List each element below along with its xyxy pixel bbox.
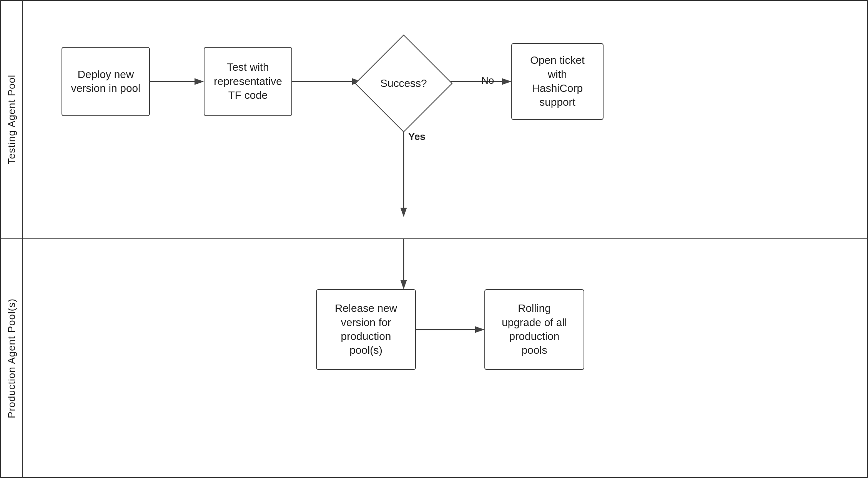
testing-lane-content: Deploy newversion in pool Test withrepre… xyxy=(23,1,867,238)
node-rolling-text: Rollingupgrade of allproductionpools xyxy=(502,301,567,358)
node-test-text: Test withrepresentativeTF code xyxy=(214,60,282,102)
node-release: Release newversion forproductionpool(s) xyxy=(316,289,416,370)
testing-lane-label: Testing Agent Pool xyxy=(6,75,18,164)
testing-lane-label-container: Testing Agent Pool xyxy=(1,1,23,238)
node-success-text: Success? xyxy=(380,77,427,90)
label-yes: Yes xyxy=(408,131,426,143)
node-deploy-text: Deploy newversion in pool xyxy=(71,68,141,96)
node-ticket-text: Open ticketwithHashiCorpsupport xyxy=(530,53,585,110)
node-ticket: Open ticketwithHashiCorpsupport xyxy=(511,43,604,120)
node-success: Success? xyxy=(361,41,446,126)
node-rolling: Rollingupgrade of allproductionpools xyxy=(484,289,584,370)
node-deploy: Deploy newversion in pool xyxy=(62,47,150,116)
production-lane-label-container: Production Agent Pool(s) xyxy=(1,239,23,477)
node-release-text: Release newversion forproductionpool(s) xyxy=(335,301,397,358)
production-arrows-svg xyxy=(23,239,867,477)
node-test: Test withrepresentativeTF code xyxy=(204,47,292,116)
diagram-container: Testing Agent Pool xyxy=(0,0,868,478)
production-lane-label: Production Agent Pool(s) xyxy=(6,298,18,418)
label-no: No xyxy=(481,75,494,87)
testing-lane: Testing Agent Pool xyxy=(1,1,867,239)
production-lane: Production Agent Pool(s) Release newvers… xyxy=(1,239,867,477)
production-lane-content: Release newversion forproductionpool(s) … xyxy=(23,239,867,477)
